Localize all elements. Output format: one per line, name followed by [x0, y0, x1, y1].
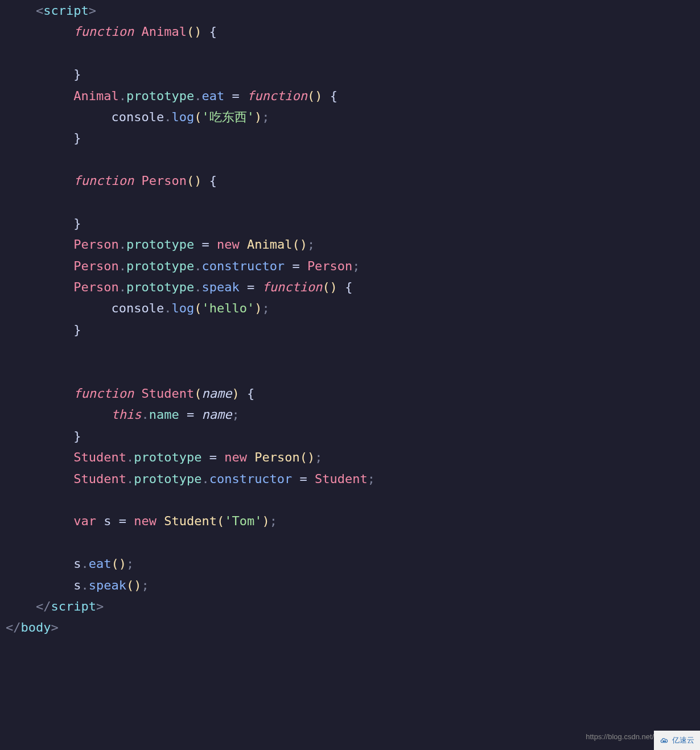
- token-plain: [247, 450, 254, 464]
- token-paren: ): [254, 301, 262, 315]
- token-paren: (): [187, 174, 202, 188]
- token-paren: (: [194, 301, 201, 315]
- token-brace: }: [73, 323, 81, 337]
- token-plain: [322, 89, 330, 103]
- token-method: eat: [201, 89, 224, 103]
- code-line: function Student(name) {: [6, 383, 694, 404]
- token-operator: =: [187, 407, 194, 422]
- token-class-name: Student: [315, 472, 368, 486]
- token-paren: (): [111, 557, 126, 571]
- code-line: }: [6, 127, 694, 149]
- token-prop-cyan: prototype: [134, 472, 201, 486]
- token-function-name: Student: [164, 514, 217, 528]
- token-var-name: s: [104, 514, 111, 528]
- token-plain: [254, 280, 262, 294]
- code-line: Animal.prototype.eat = function() {: [6, 85, 694, 106]
- token-brace: {: [209, 174, 217, 188]
- token-method-call: eat: [89, 557, 112, 571]
- token-method-call: log: [171, 301, 194, 315]
- token-paren: (: [217, 514, 224, 528]
- token-punct: ;: [352, 259, 360, 273]
- token-punct: .: [194, 89, 201, 103]
- token-plain: [240, 89, 247, 103]
- token-paren: (): [292, 237, 307, 252]
- token-paren: (): [126, 578, 142, 592]
- code-line: Student.prototype = new Person();: [6, 447, 694, 468]
- token-punct: .: [164, 301, 171, 315]
- token-plain: [240, 386, 247, 401]
- token-keyword-plain: var: [73, 514, 96, 528]
- token-punct: ;: [315, 450, 322, 464]
- token-plain: [201, 174, 209, 188]
- token-brace: }: [73, 67, 81, 81]
- token-brace: }: [73, 131, 81, 145]
- token-plain: [224, 89, 232, 103]
- token-punct: ;: [141, 578, 149, 592]
- token-tag: script: [51, 599, 96, 613]
- token-plain: [179, 407, 187, 422]
- code-line: </body>: [6, 617, 694, 638]
- token-plain: [157, 514, 164, 528]
- token-punct: ;: [262, 301, 269, 315]
- token-punct: .: [119, 280, 126, 294]
- code-line: console.log('吃东西');: [6, 106, 694, 127]
- token-method-call: log: [171, 110, 194, 124]
- token-paren: (: [194, 386, 201, 401]
- token-punct: .: [194, 280, 201, 294]
- token-plain: [201, 24, 209, 39]
- token-plain: [201, 450, 209, 464]
- code-line: [6, 149, 694, 170]
- code-line: [6, 192, 694, 213]
- token-paren: (): [187, 24, 202, 39]
- token-operator: =: [232, 89, 239, 103]
- token-punct: ;: [126, 557, 134, 571]
- token-punct: .: [201, 472, 209, 486]
- token-plain: [307, 472, 315, 486]
- token-function-def: Student: [141, 386, 194, 401]
- token-paren: (): [322, 280, 337, 294]
- token-paren: ): [262, 514, 269, 528]
- token-prop-cyan: prototype: [126, 280, 194, 294]
- token-punct: .: [126, 450, 134, 464]
- code-line: [6, 362, 694, 383]
- token-plain: [134, 24, 141, 39]
- code-line: }: [6, 319, 694, 340]
- token-punct: .: [164, 110, 171, 124]
- token-punct: .: [81, 578, 88, 592]
- token-function-name: Person: [254, 450, 299, 464]
- token-prop-cyan: prototype: [126, 237, 194, 252]
- token-punct: .: [81, 557, 88, 571]
- code-line: <script>: [6, 0, 694, 21]
- token-plain: [217, 450, 224, 464]
- token-plain: [292, 472, 299, 486]
- token-operator: =: [119, 514, 126, 528]
- token-plain: [285, 259, 292, 273]
- token-function-name: Animal: [247, 237, 292, 252]
- code-line: }: [6, 64, 694, 85]
- token-punct: .: [119, 259, 126, 273]
- token-string: 'hello': [201, 301, 254, 315]
- token-brace: {: [209, 24, 217, 39]
- token-method: constructor: [209, 472, 293, 486]
- token-punct: .: [119, 89, 126, 103]
- token-method: speak: [201, 280, 239, 294]
- code-block: <script> function Animal() { } Animal.pr…: [6, 0, 694, 638]
- code-line: Person.prototype = new Animal();: [6, 234, 694, 255]
- token-brace: {: [330, 89, 337, 103]
- token-operator: =: [201, 237, 209, 252]
- token-string: 'Tom': [224, 514, 262, 528]
- code-line: [6, 43, 694, 64]
- token-class-name: Person: [73, 259, 118, 273]
- token-plain: [96, 514, 104, 528]
- token-function-def: Person: [141, 174, 186, 188]
- token-keyword: function: [73, 386, 134, 401]
- token-keyword: function: [73, 174, 134, 188]
- code-line: function Animal() {: [6, 21, 694, 42]
- code-line: }: [6, 213, 694, 234]
- token-angle: <: [36, 3, 43, 18]
- token-plain: [111, 514, 118, 528]
- token-punct: ;: [368, 472, 375, 486]
- token-paren: (): [307, 89, 323, 103]
- code-line: this.name = name;: [6, 404, 694, 425]
- token-var-name: s: [73, 578, 81, 592]
